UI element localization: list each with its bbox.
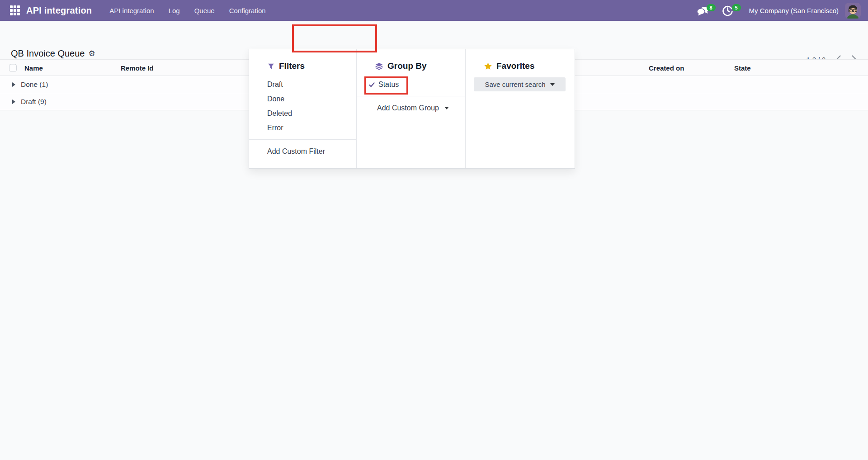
user-avatar[interactable] — [845, 3, 861, 19]
page-title: QB Invoice Queue — [11, 48, 85, 59]
group-by-item-status[interactable]: Status — [357, 77, 465, 92]
breadcrumb: QB Invoice Queue ⚙ — [11, 48, 95, 59]
checkmark-icon — [368, 81, 375, 88]
activity-clock-icon — [722, 5, 733, 16]
company-name[interactable]: My Company (San Francisco) — [749, 7, 839, 14]
divider — [249, 139, 356, 140]
app-brand[interactable]: API integration — [26, 5, 92, 16]
group-label: Draft (9) — [21, 98, 47, 106]
column-header-created-on[interactable]: Created on — [649, 64, 684, 71]
favorites-column: Favorites Save current search — [466, 49, 575, 168]
group-by-layers-icon — [375, 62, 383, 71]
filter-item-done[interactable]: Done — [249, 92, 356, 106]
column-header-state[interactable]: State — [734, 64, 751, 71]
divider — [357, 96, 465, 96]
column-header-remote-id[interactable]: Remote Id — [121, 64, 154, 71]
nav-item-api-integration[interactable]: API integration — [104, 3, 160, 18]
filters-column: Filters Draft Done Deleted Error Add Cus… — [249, 49, 357, 168]
filter-item-deleted[interactable]: Deleted — [249, 106, 356, 121]
avatar-image — [845, 3, 861, 19]
star-icon — [484, 62, 492, 71]
favorites-heading: Favorites — [466, 61, 575, 71]
chevron-down-icon — [444, 107, 449, 109]
search-options-panel: Filters Draft Done Deleted Error Add Cus… — [249, 49, 575, 169]
messages-button[interactable]: 8 — [697, 3, 710, 18]
filters-heading: Filters — [249, 61, 356, 71]
activities-count-badge: 5 — [732, 4, 741, 11]
chevron-down-icon — [550, 83, 555, 86]
main-menu: API integration Log Queue Configration — [104, 3, 271, 18]
action-gear-icon[interactable]: ⚙ — [88, 50, 95, 57]
activities-button[interactable]: 5 — [722, 3, 736, 18]
nav-item-configuration[interactable]: Configration — [223, 3, 272, 18]
column-header-name[interactable]: Name — [24, 64, 43, 71]
group-by-heading: Group By — [357, 61, 465, 71]
add-custom-group[interactable]: Add Custom Group — [357, 100, 465, 116]
top-navbar: API integration API integration Log Queu… — [0, 0, 868, 21]
expand-caret-icon — [12, 82, 15, 87]
expand-caret-icon — [12, 100, 15, 104]
add-custom-filter[interactable]: Add Custom Filter — [249, 144, 356, 159]
filter-item-draft[interactable]: Draft — [249, 77, 356, 92]
group-by-column: Group By Status Add Custom Group — [357, 49, 466, 168]
apps-menu-icon[interactable] — [10, 5, 20, 15]
filter-item-error[interactable]: Error — [249, 121, 356, 135]
save-current-search-button[interactable]: Save current search — [474, 77, 566, 91]
topbar-systray: 8 5 My Company (San Francisco) — [697, 3, 861, 19]
nav-item-log[interactable]: Log — [163, 3, 186, 18]
select-all-checkbox[interactable] — [9, 64, 17, 71]
filter-funnel-icon — [267, 62, 275, 70]
nav-item-queue[interactable]: Queue — [189, 3, 221, 18]
group-label: Done (1) — [21, 81, 48, 89]
messages-count-badge: 8 — [707, 4, 716, 11]
